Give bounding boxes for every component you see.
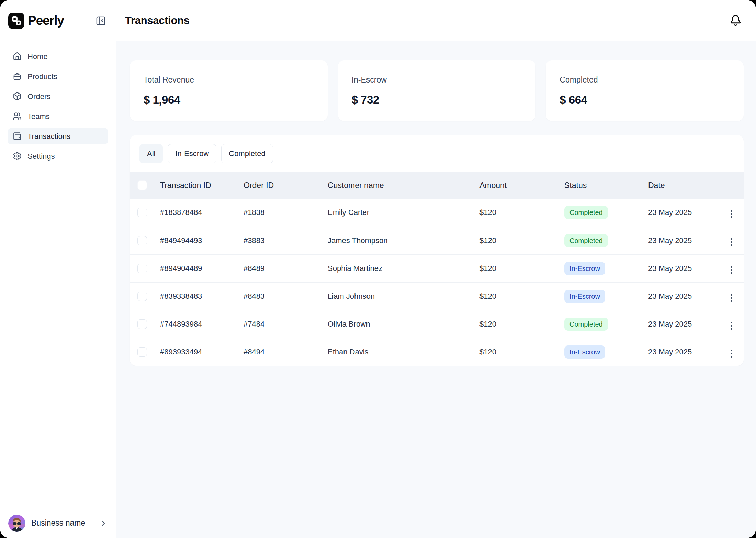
table-row: #839338483 #8483 Liam Johnson $120 In-Es… [130, 282, 744, 310]
customer-name-cell: Olivia Brown [328, 310, 479, 338]
kebab-menu-icon[interactable] [727, 236, 736, 248]
kebab-menu-icon[interactable] [727, 208, 736, 220]
col-header-order-id: Order ID [244, 172, 328, 199]
sidebar-item-products[interactable]: Products [8, 68, 108, 85]
order-id-cell: #1838 [244, 199, 328, 227]
stat-label: Total Revenue [144, 75, 314, 85]
stat-label: Completed [560, 75, 730, 85]
sidebar-header: Peerly [0, 0, 116, 41]
amount-cell: $120 [479, 199, 564, 227]
stat-value: $ 1,964 [144, 94, 314, 107]
row-checkbox[interactable] [137, 292, 147, 301]
amount-cell: $120 [479, 254, 564, 282]
transactions-card: All In-Escrow Completed Transaction ID O… [130, 135, 744, 366]
app-window: Peerly H [0, 0, 756, 538]
home-icon [13, 52, 22, 61]
col-header-status: Status [564, 172, 648, 199]
amount-cell: $120 [479, 310, 564, 338]
date-cell: 23 May 2025 [648, 310, 727, 338]
order-id-cell: #7484 [244, 310, 328, 338]
status-badge: Completed [564, 234, 608, 247]
sidebar-nav: Home Products [0, 41, 116, 164]
sidebar-item-home[interactable]: Home [8, 48, 108, 65]
sidebar-item-label: Transactions [27, 132, 70, 140]
page-title: Transactions [125, 14, 190, 27]
sidebar-item-teams[interactable]: Teams [8, 108, 108, 124]
chevron-right-icon [99, 519, 108, 527]
gear-icon [13, 152, 22, 161]
filter-tabs: All In-Escrow Completed [130, 135, 744, 172]
sidebar-item-label: Teams [27, 112, 50, 120]
stat-value: $ 732 [352, 94, 522, 107]
date-cell: 23 May 2025 [648, 282, 727, 310]
row-checkbox[interactable] [137, 319, 147, 329]
users-icon [13, 112, 22, 121]
status-badge: In-Escrow [564, 290, 605, 303]
sidebar-item-settings[interactable]: Settings [8, 148, 108, 164]
row-checkbox[interactable] [137, 208, 147, 217]
date-cell: 23 May 2025 [648, 227, 727, 254]
status-badge: In-Escrow [564, 345, 605, 359]
stat-card-completed: Completed $ 664 [546, 60, 744, 121]
sidebar-collapse-button[interactable] [95, 15, 107, 27]
kebab-menu-icon[interactable] [727, 348, 736, 360]
order-id-cell: #8483 [244, 282, 328, 310]
transaction-id-cell: #894904489 [160, 254, 244, 282]
peerly-logo-icon [8, 13, 24, 29]
row-checkbox[interactable] [137, 264, 147, 273]
panel-collapse-icon [95, 15, 106, 26]
order-id-cell: #3883 [244, 227, 328, 254]
row-checkbox[interactable] [137, 347, 147, 357]
sidebar-item-orders[interactable]: Orders [8, 88, 108, 105]
amount-cell: $120 [479, 282, 564, 310]
table-row: #894904489 #8489 Sophia Martinez $120 In… [130, 254, 744, 282]
kebab-menu-icon[interactable] [727, 292, 736, 304]
sidebar-item-label: Settings [27, 152, 55, 160]
sidebar: Peerly H [0, 0, 116, 538]
logo: Peerly [8, 13, 64, 29]
sidebar-item-label: Products [27, 72, 57, 80]
package-icon [13, 92, 22, 101]
status-badge: Completed [564, 318, 608, 331]
bag-icon [13, 72, 22, 81]
business-avatar [8, 515, 25, 532]
date-cell: 23 May 2025 [648, 254, 727, 282]
col-header-transaction-id: Transaction ID [160, 172, 244, 199]
stat-value: $ 664 [560, 94, 730, 107]
kebab-menu-icon[interactable] [727, 320, 736, 332]
filter-in-escrow[interactable]: In-Escrow [168, 144, 216, 163]
table-row: #849494493 #3883 James Thompson $120 Com… [130, 227, 744, 254]
status-badge: In-Escrow [564, 262, 605, 275]
transaction-id-cell: #893933494 [160, 338, 244, 366]
bell-icon [730, 14, 742, 26]
business-account-button[interactable]: Business name [0, 508, 116, 538]
kebab-menu-icon[interactable] [727, 264, 736, 276]
transaction-id-cell: #744893984 [160, 310, 244, 338]
customer-name-cell: Ethan Davis [328, 338, 479, 366]
sidebar-item-transactions[interactable]: Transactions [8, 128, 108, 144]
customer-name-cell: Sophia Martinez [328, 254, 479, 282]
table-header-row: Transaction ID Order ID Customer name Am… [130, 172, 744, 199]
table-row: #893933494 #8494 Ethan Davis $120 In-Esc… [130, 338, 744, 366]
select-all-checkbox[interactable] [137, 180, 147, 190]
notifications-button[interactable] [730, 14, 742, 26]
filter-all[interactable]: All [139, 144, 163, 163]
amount-cell: $120 [479, 227, 564, 254]
date-cell: 23 May 2025 [648, 338, 727, 366]
table-body: #183878484 #1838 Emily Carter $120 Compl… [130, 199, 744, 366]
customer-name-cell: Emily Carter [328, 199, 479, 227]
table-row: #744893984 #7484 Olivia Brown $120 Compl… [130, 310, 744, 338]
row-checkbox[interactable] [137, 236, 147, 245]
date-cell: 23 May 2025 [648, 199, 727, 227]
order-id-cell: #8494 [244, 338, 328, 366]
transaction-id-cell: #839338483 [160, 282, 244, 310]
business-name-label: Business name [31, 518, 93, 528]
col-header-customer-name: Customer name [328, 172, 479, 199]
main-area: Transactions Total Revenue $ 1,964 In-Es… [116, 0, 756, 538]
filter-completed[interactable]: Completed [221, 144, 273, 163]
table-row: #183878484 #1838 Emily Carter $120 Compl… [130, 199, 744, 227]
logo-text: Peerly [28, 13, 64, 28]
stat-card-total-revenue: Total Revenue $ 1,964 [130, 60, 328, 121]
sidebar-item-label: Orders [27, 92, 50, 100]
content-area: Total Revenue $ 1,964 In-Escrow $ 732 Co… [116, 41, 756, 538]
